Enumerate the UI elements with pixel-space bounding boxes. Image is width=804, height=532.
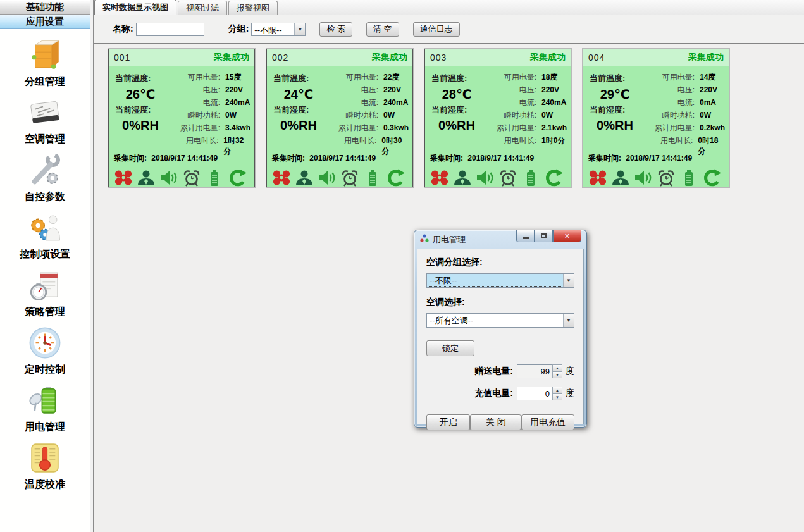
step-down-icon[interactable]: ▼ [552,371,562,378]
sidebar-item-temperature-calibration[interactable]: 温度校准 [0,438,90,496]
humidity-label: 当前湿度: [590,104,640,116]
battery-icon[interactable] [204,168,225,188]
group-select[interactable]: --不限-- ▼ [251,23,306,36]
tab-label: 报警视图 [237,3,269,14]
fan-icon[interactable] [587,168,609,188]
card-icon-row [583,164,729,188]
inst-power-value: 0W [700,111,711,120]
collect-time-row: 采集时间: 2018/9/17 14:41:49 [425,147,571,164]
speaker-icon[interactable] [474,168,496,188]
app-window: 基础功能 应用设置 分组管理 [0,0,804,532]
refresh-icon[interactable] [226,168,248,188]
ac-group-select[interactable]: --不限-- ▼ [426,273,574,288]
inst-power-value: 0W [541,111,553,120]
close-button[interactable]: ✕ [553,230,581,242]
speaker-icon[interactable] [633,168,654,188]
recharge-energy-unit: 度 [566,388,574,399]
fan-icon[interactable] [271,168,292,188]
card-header: 003 采集成功 [425,49,571,66]
available-value: 22度 [383,72,399,83]
total-energy-value: 3.4kwh [225,123,250,132]
chevron-down-icon[interactable]: ▼ [563,314,574,327]
refresh-icon[interactable] [385,168,406,188]
step-up-icon[interactable]: ▲ [552,364,562,371]
collect-time-label: 采集时间: [588,154,621,163]
collect-time-value: 2018/9/17 14:41:49 [626,154,692,163]
name-input[interactable] [136,23,204,36]
current-label: 电流: [482,97,536,108]
clear-button[interactable]: 清 空 [366,22,399,37]
power-recharge-button[interactable]: 用电充值 [521,414,574,430]
fan-icon[interactable] [429,168,450,188]
tab-bar: 实时数据显示视图 视图过滤 报警视图 [94,0,804,15]
comm-log-button[interactable]: 通信日志 [413,22,460,37]
sidebar-item-control-item-settings[interactable]: 控制项设置 [0,208,90,266]
step-up-icon[interactable]: ▲ [552,387,562,393]
humidity-value: 0%RH [590,118,640,133]
current-value: 240mA [383,98,408,107]
sidebar-item-group-management[interactable]: 分组管理 [0,35,90,93]
step-down-icon[interactable]: ▼ [552,393,562,400]
user-icon[interactable] [294,168,315,188]
refresh-icon[interactable] [543,168,564,188]
total-energy-label: 累计用电量: [482,123,536,133]
ac-select[interactable]: --所有空调-- ▼ [426,313,574,328]
duration-value: 0时18分 [698,135,725,157]
sidebar-item-auto-control-params[interactable]: 自控参数 [0,151,90,208]
maximize-button[interactable] [535,230,553,242]
status-badge: 采集成功 [214,52,249,63]
gift-energy-input[interactable] [517,364,552,378]
voltage-label: 电压: [166,85,220,96]
tab-view-filter[interactable]: 视图过滤 [178,1,227,15]
refresh-icon[interactable] [701,168,722,188]
sidebar-section-basic-functions[interactable]: 基础功能 [0,0,90,15]
temp-label: 当前温度: [115,73,166,84]
user-icon[interactable] [452,168,473,188]
close-ac-button[interactable]: 关 闭 [470,414,521,430]
maximize-icon [541,233,547,238]
sidebar-item-strategy-management[interactable]: 策略管理 [0,266,90,323]
minimize-button[interactable] [516,230,535,242]
open-button[interactable]: 开启 [426,414,470,430]
alarm-icon[interactable] [497,168,519,188]
alarm-icon[interactable] [181,168,202,188]
current-label: 电流: [324,97,378,108]
battery-icon[interactable] [678,168,700,188]
speaker-icon[interactable] [316,168,338,188]
ac-management-icon [25,93,65,132]
search-button[interactable]: 检 索 [319,22,352,37]
battery-icon[interactable] [362,168,383,188]
card-header: 004 采集成功 [583,49,729,66]
device-card-003: 003 采集成功 当前温度: 28℃ 当前湿度: 0%RH 可用电量:18度 电… [424,49,571,187]
lock-button[interactable]: 锁定 [426,340,474,356]
temp-value: 29℃ [590,87,640,102]
chevron-down-icon[interactable]: ▼ [294,23,305,35]
recharge-energy-label: 充值电量: [474,388,513,399]
humidity-label: 当前湿度: [431,104,482,116]
alarm-icon[interactable] [655,168,677,188]
sidebar-section-app-settings[interactable]: 应用设置 [0,15,90,29]
user-icon[interactable] [610,168,631,188]
tab-alarm-view[interactable]: 报警视图 [228,1,278,15]
voltage-value: 220V [700,85,717,94]
status-badge: 采集成功 [530,52,566,63]
total-energy-label: 累计用电量: [166,123,220,133]
sidebar-item-power-management[interactable]: 用电管理 [0,381,90,438]
available-value: 14度 [700,72,715,83]
fan-icon[interactable] [113,168,134,188]
user-icon[interactable] [135,168,157,188]
speaker-icon[interactable] [158,168,180,188]
status-badge: 采集成功 [688,52,724,63]
recharge-energy-input[interactable] [517,387,552,400]
chevron-down-icon[interactable]: ▼ [563,274,574,287]
temp-label: 当前温度: [431,73,482,84]
battery-icon[interactable] [520,168,541,188]
sidebar-item-label: 定时控制 [25,363,65,376]
sidebar-item-timer-control[interactable]: 定时控制 [0,323,90,381]
alarm-icon[interactable] [339,168,361,188]
sidebar-item-ac-management[interactable]: 空调管理 [0,93,90,151]
device-card-004: 004 采集成功 当前温度: 29℃ 当前湿度: 0%RH 可用电量:14度 电… [583,49,729,187]
card-body: 当前温度: 26℃ 当前湿度: 0%RH 可用电量:15度 电压:220V 电流… [109,66,254,147]
sidebar-item-label: 控制项设置 [20,248,70,261]
tab-realtime-data-view[interactable]: 实时数据显示视图 [94,0,176,15]
